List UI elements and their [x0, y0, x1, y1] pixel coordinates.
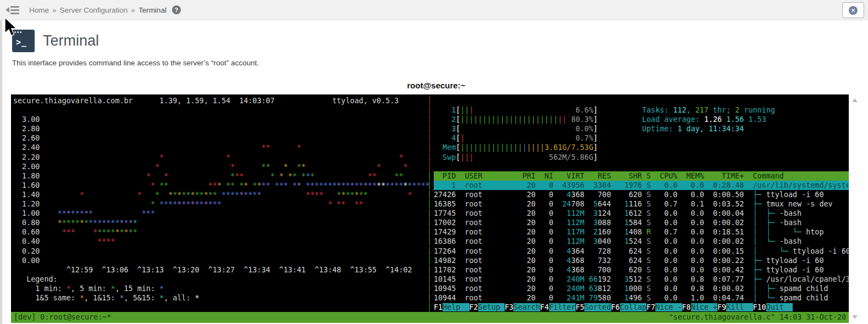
arrow-left-icon: [5, 7, 9, 13]
broken-image-icon: ✕: [849, 6, 858, 15]
topbar-action-button[interactable]: ✕: [842, 2, 864, 18]
terminal-line: 17264 root 20 0 4364 728 624 S 0.0 0.0 0…: [434, 247, 849, 256]
terminal-line: 17429 root 20 0 117M 2160 1408 R 0.7 0.0…: [434, 227, 849, 237]
terminal-window-title: root@secure:~: [11, 81, 861, 90]
terminal-line: 1.80 * * *** * * ** *** ** **: [13, 171, 430, 181]
terminal-line: 17745 root 20 0 112M 3124 1612 S 0.0 0.0…: [434, 209, 849, 218]
htop-meter: 4[|0.7%]: [434, 133, 849, 143]
breadcrumb-current: Terminal: [139, 6, 167, 14]
htop-pane: 1[|||6.6%] 2[||||||||||||||||||||||||80.…: [434, 96, 849, 312]
terminal-line: 1.60 * ** *** ** ** **** *** ** ********…: [13, 181, 430, 190]
htop-meter: 2[||||||||||||||||||||||||80.3%]: [434, 115, 849, 124]
tmux-host-clock: "secure.thiagovarella.c" 14:03 31-Oct-20: [669, 312, 846, 323]
terminal-line: PID USER PRI NI VIRT RES SHR S CPU% MEM%…: [434, 171, 849, 181]
terminal-line: 0.40 ****: [13, 237, 430, 246]
breadcrumb-separator: »: [52, 6, 57, 14]
terminal-line: 1 root 20 0 43956 3304 1976 S 0.0 0.0 0:…: [434, 181, 849, 190]
terminal-line: 2.20 * * *: [13, 153, 430, 162]
htop-summary-info: Tasks: 112, 217 thr; 2 runningLoad avera…: [642, 105, 775, 133]
terminal-line: Load average: 1.26 1.56 1.53: [642, 115, 775, 124]
whm-terminal-page: { "topbar": { "breadcrumb": { "home": "H…: [0, 0, 868, 324]
terminal-line: 0.20: [13, 247, 430, 256]
breadcrumb-server-configuration[interactable]: Server Configuration: [60, 6, 128, 14]
terminal-line: 0.80 ******************: [13, 218, 430, 227]
htop-meter: Swp[|||562M/5.86G]: [434, 153, 849, 162]
hamburger-icon: [10, 6, 19, 14]
breadcrumb-home[interactable]: Home: [29, 6, 49, 14]
terminal-line: 2.40 ** *: [13, 143, 430, 152]
tmux-pane-divider: │ │ │ │ │ │ │ │ │ │ │ │ │ │ │ │ │ │ │ │ …: [427, 96, 432, 312]
terminal-line: 27426 root 20 0 4368 700 620 S 0.0 0.0 0…: [434, 190, 849, 199]
terminal-line: 10145 root 20 0 240M 66192 3512 S 0.0 0.…: [434, 275, 849, 284]
collapse-menu-icon[interactable]: [5, 6, 19, 14]
terminal-line: ^12:59 ^13:06 ^13:13 ^13:20 ^13:27 ^13:3…: [13, 265, 430, 275]
terminal-line: Tasks: 112, 217 thr; 2 running: [642, 105, 775, 115]
terminal-line: [13, 105, 430, 115]
terminal-line: 11702 root 20 0 4368 700 620 S 0.0 0.0 0…: [434, 265, 849, 275]
htop-function-key-bar[interactable]: F1Help F2Setup F3SearchF4FilterF5SortedF…: [434, 303, 849, 312]
htop-meter: 1[|||6.6%]: [434, 105, 849, 115]
terminal-line: Legend:: [13, 275, 430, 284]
terminal-window[interactable]: secure.thiagovarella.com.br 1.39, 1.59, …: [11, 94, 861, 323]
terminal-line: 2.80: [13, 124, 430, 133]
scroll-down-arrow[interactable]: [852, 315, 858, 319]
breadcrumb-separator: »: [131, 6, 135, 14]
terminal-line: [434, 96, 849, 105]
htop-meter: 3[0.0%]: [434, 124, 849, 133]
terminal-line: 1.00 ******** ***: [13, 209, 430, 218]
tmux-session-label: [dev] 0:root@secure:~*: [14, 312, 111, 323]
terminal-line: 10945 root 20 0 240M 63812 1000 S 0.0 0.…: [434, 284, 849, 293]
terminal-line: 1&5 same: *, 1&15: *, 5&15: *, all: *: [13, 293, 430, 303]
ttyload-pane: secure.thiagovarella.com.br 1.39, 1.59, …: [13, 96, 430, 303]
page-description: This interface provides command line acc…: [12, 59, 259, 67]
tmux-status-bar: [dev] 0:root@secure:~* "secure.thiagovar…: [11, 312, 849, 323]
terminal-line: 2.00 * * ** * ** * *: [13, 162, 430, 171]
terminal-scrollbar[interactable]: [849, 94, 861, 323]
terminal-line: 17002 root 20 0 112M 3088 1584 S 0.0 0.0…: [434, 218, 849, 227]
collapsed-sidebar-rail[interactable]: [0, 20, 2, 324]
terminal-line: 1.40 * * * *********** ********* **** **…: [13, 190, 430, 199]
terminal-line: 10944 root 20 0 241M 79580 1496 S 0.0 1.…: [434, 293, 849, 303]
terminal-line: secure.thiagovarella.com.br 1.39, 1.59, …: [13, 96, 430, 105]
terminal-line: 14982 root 20 0 4368 732 624 S 0.0 0.0 0…: [434, 256, 849, 265]
terminal-line: 0.60 *** **********: [13, 227, 430, 237]
terminal-app-icon: >_: [12, 30, 35, 52]
terminal-line: 2.60: [13, 133, 430, 143]
breadcrumb: Home » Server Configuration » Terminal ?: [29, 5, 181, 14]
terminal-line: 0.00: [13, 256, 430, 265]
terminal-line: Uptime: 1 day, 11:34:34: [642, 124, 775, 133]
htop-meter: Mem[|||||||||||||||||||3.61G/7.53G]: [434, 143, 849, 152]
terminal-line: 3.00: [13, 115, 430, 124]
terminal-line: 1 min: *, 5 min: *, 15 min: *: [13, 284, 430, 293]
page-title: Terminal: [43, 32, 99, 49]
help-icon[interactable]: ?: [172, 5, 181, 14]
terminal-screen[interactable]: secure.thiagovarella.com.br 1.39, 1.59, …: [11, 94, 849, 323]
top-navigation-bar: Home » Server Configuration » Terminal ?…: [0, 0, 868, 20]
pane-divider-line: │ │ │ │ │ │ │ │ │ │ │ │ │ │ │ │ │ │ │ │ …: [427, 96, 432, 312]
page-header: >_ Terminal: [12, 30, 99, 52]
terminal-line: 16385 root 20 0 24708 5644 1116 S 0.7 0.…: [434, 199, 849, 209]
terminal-line: 16386 root 20 0 112M 3040 1524 S 0.0 0.0…: [434, 237, 849, 246]
terminal-line: 1.20 * ************** * ** **: [13, 199, 430, 209]
terminal-line: [434, 162, 849, 171]
scroll-up-arrow[interactable]: [852, 98, 858, 102]
